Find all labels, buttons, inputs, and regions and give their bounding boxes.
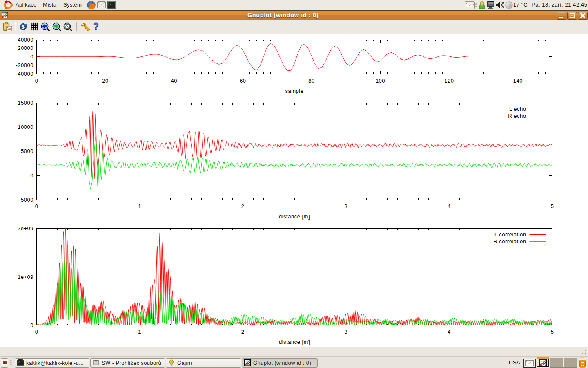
svg-text:L correlation: L correlation bbox=[494, 231, 526, 238]
svg-text:?: ? bbox=[93, 22, 99, 32]
svg-text:5: 5 bbox=[551, 203, 554, 209]
svg-text:100: 100 bbox=[376, 78, 385, 84]
svg-text:1: 1 bbox=[138, 203, 141, 209]
svg-text:0: 0 bbox=[35, 329, 38, 335]
svg-text:120: 120 bbox=[444, 78, 454, 84]
svg-text:0: 0 bbox=[35, 78, 38, 84]
svg-text:distance [m]: distance [m] bbox=[279, 339, 310, 345]
svg-text:20000: 20000 bbox=[18, 45, 33, 51]
svg-text:-5000: -5000 bbox=[19, 197, 33, 203]
svg-text:15000: 15000 bbox=[18, 100, 33, 106]
svg-text:0: 0 bbox=[30, 173, 33, 179]
svg-text:1: 1 bbox=[138, 329, 141, 335]
svg-text:R echo: R echo bbox=[508, 113, 526, 119]
svg-text:R correlation: R correlation bbox=[493, 238, 526, 245]
svg-text:3: 3 bbox=[344, 203, 347, 209]
svg-text:2e+09: 2e+09 bbox=[18, 225, 33, 231]
svg-text:-20000: -20000 bbox=[16, 62, 33, 68]
svg-text:60: 60 bbox=[240, 78, 246, 84]
svg-text:3: 3 bbox=[344, 329, 347, 335]
svg-text:4: 4 bbox=[448, 203, 451, 209]
svg-text:140: 140 bbox=[513, 78, 523, 84]
svg-text:4: 4 bbox=[448, 329, 451, 335]
svg-text:2: 2 bbox=[241, 329, 245, 335]
svg-text:20: 20 bbox=[102, 78, 108, 84]
svg-text:sample: sample bbox=[285, 88, 304, 94]
svg-text:5: 5 bbox=[551, 329, 554, 335]
svg-text:40000: 40000 bbox=[18, 37, 33, 43]
svg-text:0: 0 bbox=[30, 54, 33, 60]
svg-text:40: 40 bbox=[171, 78, 177, 84]
svg-text:L echo: L echo bbox=[509, 106, 526, 112]
svg-text:10000: 10000 bbox=[18, 124, 33, 130]
svg-text:5000: 5000 bbox=[21, 148, 33, 154]
svg-text:80: 80 bbox=[308, 78, 314, 84]
svg-text:1e+09: 1e+09 bbox=[18, 274, 33, 280]
svg-text:2: 2 bbox=[241, 203, 245, 209]
svg-text:0: 0 bbox=[30, 322, 33, 328]
svg-text:distance [m]: distance [m] bbox=[279, 213, 310, 220]
svg-text:-40000: -40000 bbox=[16, 71, 33, 77]
svg-text:0: 0 bbox=[35, 203, 38, 209]
